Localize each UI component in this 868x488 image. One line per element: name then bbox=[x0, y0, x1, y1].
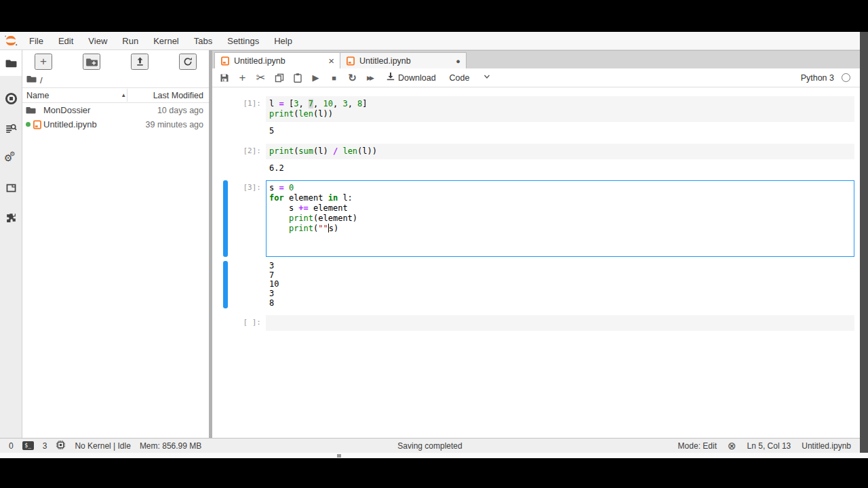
notebook-icon bbox=[33, 120, 42, 129]
paste-icon bbox=[292, 73, 303, 83]
files-icon bbox=[5, 58, 17, 69]
notebook-cell: [3]:s = 0for element in l: s += element … bbox=[212, 180, 860, 308]
column-last-modified[interactable]: Last Modified bbox=[153, 91, 203, 100]
terminal-icon: $_ bbox=[22, 441, 34, 450]
menu-item-tabs[interactable]: Tabs bbox=[186, 33, 220, 49]
file-browser-toolbar: + bbox=[22, 50, 209, 73]
new-folder-button[interactable] bbox=[83, 54, 100, 70]
cell-editor[interactable]: l = [3, 7, 10, 3, 8]print(len(l)) bbox=[266, 96, 854, 122]
scissors-icon: ✂ bbox=[256, 71, 265, 84]
new-folder-icon bbox=[85, 56, 98, 68]
cell-output-collapser[interactable] bbox=[223, 261, 228, 308]
add-cell-button[interactable]: + bbox=[233, 70, 252, 86]
refresh-icon bbox=[182, 56, 193, 67]
notebook-toolbar: + ✂ ▶ ■ ↻ ▶▶ Download Code bbox=[212, 68, 860, 87]
save-button[interactable] bbox=[215, 70, 233, 86]
scrubber-tick bbox=[337, 454, 341, 458]
status-bar: 0 $_ 3 No Kernel | Idle Mem: 856.99 MB S… bbox=[0, 438, 860, 453]
menu-item-kernel[interactable]: Kernel bbox=[146, 33, 186, 49]
paste-cell-button[interactable] bbox=[288, 70, 307, 86]
mode-indicator[interactable]: Mode: Edit bbox=[678, 441, 717, 451]
run-icon: ▶ bbox=[313, 73, 319, 83]
document-tab[interactable]: Untitled.ipynb● bbox=[340, 52, 467, 68]
kernel-chip-icon bbox=[56, 440, 66, 452]
file-browser-panel: + / Name ▲ Last Modified MonDossier10 da… bbox=[22, 50, 209, 438]
cell-input-collapser[interactable] bbox=[223, 96, 228, 122]
cell-input-collapser[interactable] bbox=[223, 144, 228, 159]
menu-item-run[interactable]: Run bbox=[115, 33, 146, 49]
document-tab-bar: Untitled.ipynb×Untitled.ipynb● bbox=[212, 51, 860, 68]
extensions-icon bbox=[5, 212, 17, 224]
file-row[interactable]: Untitled.ipynb39 minutes ago bbox=[22, 117, 209, 131]
interrupt-kernel-button[interactable]: ■ bbox=[325, 70, 343, 86]
restart-kernel-button[interactable]: ↻ bbox=[343, 70, 361, 86]
restart-run-all-button[interactable]: ▶▶ bbox=[361, 70, 380, 86]
cell-output-collapser[interactable] bbox=[223, 126, 228, 137]
cell-prompt: [ ]: bbox=[228, 315, 266, 331]
menu-item-help[interactable]: Help bbox=[267, 33, 300, 49]
notebook-icon bbox=[346, 56, 355, 66]
kernel-count[interactable]: 3 bbox=[43, 441, 47, 451]
sidebar-tab-running-sessions[interactable] bbox=[0, 91, 22, 106]
cut-cell-button[interactable]: ✂ bbox=[252, 70, 270, 86]
jupyterlab-window: FileEditViewRunKernelTabsSettingsHelp ⚙⚙… bbox=[0, 32, 860, 453]
chevron-down-icon bbox=[483, 73, 491, 83]
terminal-count[interactable]: 0 bbox=[9, 441, 14, 451]
sidebar-tab-files[interactable] bbox=[0, 50, 22, 76]
sidebar-tab-settings-gears[interactable]: ⚙⚙ bbox=[0, 150, 22, 165]
kernel-name[interactable]: Python 3 bbox=[801, 73, 834, 83]
new-launcher-button[interactable]: + bbox=[35, 54, 52, 70]
document-tab[interactable]: Untitled.ipynb× bbox=[214, 52, 340, 68]
menu-item-edit[interactable]: Edit bbox=[51, 33, 81, 49]
refresh-button[interactable] bbox=[179, 54, 197, 70]
cell-prompt: [1]: bbox=[228, 96, 266, 122]
cell-editor[interactable] bbox=[266, 315, 854, 331]
notebook-cell: [ ]: bbox=[212, 315, 860, 331]
video-edge-strip bbox=[860, 32, 868, 453]
kernel-status-icon[interactable] bbox=[842, 73, 850, 82]
menu-bar: FileEditViewRunKernelTabsSettingsHelp bbox=[0, 32, 860, 50]
cell-prompt: [3]: bbox=[228, 180, 266, 257]
restart-icon: ↻ bbox=[348, 72, 357, 84]
sidebar-tab-extensions[interactable] bbox=[0, 210, 22, 225]
notifications-off-icon[interactable]: ⊗ bbox=[728, 441, 736, 451]
breadcrumb-root[interactable]: / bbox=[40, 75, 43, 85]
file-row[interactable]: MonDossier10 days ago bbox=[22, 103, 209, 117]
copy-cell-button[interactable] bbox=[270, 70, 288, 86]
column-divider bbox=[127, 89, 127, 102]
cell-prompt: [2]: bbox=[228, 144, 266, 159]
column-name[interactable]: Name ▲ bbox=[26, 91, 153, 100]
cell-input-collapser[interactable] bbox=[223, 180, 228, 257]
stop-icon: ■ bbox=[332, 74, 336, 82]
cursor-position[interactable]: Ln 5, Col 13 bbox=[747, 441, 791, 451]
kernel-status-text[interactable]: No Kernel | Idle bbox=[75, 441, 131, 451]
run-cell-button[interactable]: ▶ bbox=[307, 70, 325, 86]
cell-type-dropdown[interactable]: Code bbox=[450, 73, 492, 83]
cell-output: 371038 bbox=[266, 261, 860, 308]
settings-gears-icon: ⚙⚙ bbox=[4, 155, 18, 161]
jupyter-logo-icon bbox=[3, 33, 18, 48]
notebook-cell: [1]:l = [3, 7, 10, 3, 8]print(len(l))5 bbox=[212, 96, 860, 137]
close-icon[interactable]: × bbox=[328, 56, 334, 66]
letterbox-gap bbox=[0, 453, 868, 458]
menu-item-file[interactable]: File bbox=[22, 33, 51, 49]
tab-label: Untitled.ipynb bbox=[359, 56, 452, 66]
cell-editor[interactable]: s = 0for element in l: s += element prin… bbox=[266, 180, 854, 257]
download-button[interactable]: Download bbox=[385, 71, 436, 85]
dirty-dot-icon: ● bbox=[456, 57, 460, 65]
menu-item-settings[interactable]: Settings bbox=[220, 33, 267, 49]
cell-editor[interactable]: print(sum(l) / len(l)) bbox=[266, 144, 854, 159]
upload-button[interactable] bbox=[131, 54, 149, 70]
cell-input-collapser[interactable] bbox=[223, 315, 228, 331]
menu-item-view[interactable]: View bbox=[81, 33, 115, 49]
sidebar-tab-inspector[interactable] bbox=[0, 121, 22, 136]
cell-output-collapser[interactable] bbox=[223, 163, 228, 174]
breadcrumb[interactable]: / bbox=[22, 73, 209, 87]
sidebar-tab-open-tabs[interactable] bbox=[0, 180, 22, 195]
folder-icon bbox=[26, 74, 37, 86]
file-name: MonDossier bbox=[43, 105, 157, 115]
inspector-icon bbox=[5, 122, 17, 134]
plus-icon: + bbox=[40, 55, 47, 68]
folder-icon bbox=[26, 105, 36, 115]
left-sidebar: ⚙⚙ bbox=[0, 50, 22, 438]
